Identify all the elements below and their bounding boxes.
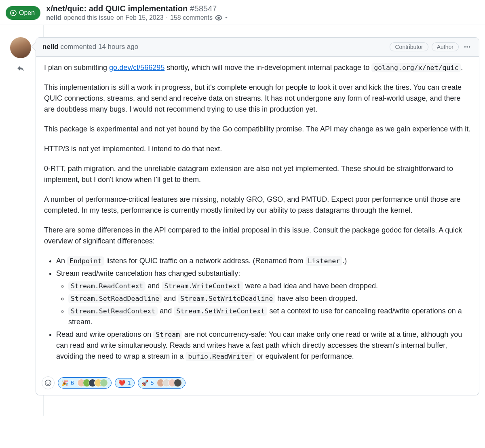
svg-point-1 <box>464 46 466 48</box>
heart-count: 1 <box>128 380 131 386</box>
comment-timestamp[interactable]: 14 hours ago <box>98 43 138 51</box>
svg-point-3 <box>469 46 470 48</box>
para-http3: HTTP/3 is not yet implemented. I intend … <box>44 144 471 154</box>
svg-point-0 <box>13 12 15 14</box>
para-diffs: There are some differences in the API co… <box>44 225 471 247</box>
subscribe-icon[interactable] <box>215 14 222 21</box>
tada-reactors <box>77 379 108 387</box>
comment-header: neild commented 14 hours ago Contributor… <box>36 38 479 57</box>
add-reaction-button[interactable] <box>42 376 55 389</box>
issue-number: #58547 <box>190 4 217 13</box>
list-item: Stream.SetReadContext and Stream.SetWrit… <box>68 306 471 328</box>
reply-icon[interactable] <box>17 65 24 72</box>
para-experimental: This package is experimental and not yet… <box>44 124 471 135</box>
badge-contributor: Contributor <box>390 42 428 51</box>
rocket-count: 5 <box>151 380 154 386</box>
rocket-reactors <box>157 379 182 387</box>
comment-row: neild commented 14 hours ago Contributor… <box>6 37 479 395</box>
comment-header-left: neild commented 14 hours ago <box>42 43 138 51</box>
diff-list: An Endpoint listens for QUIC traffic on … <box>44 256 471 362</box>
comment-body: I plan on submitting go.dev/cl/566295 sh… <box>36 57 479 374</box>
para-perf: A number of performance-critical feature… <box>44 194 471 216</box>
issue-subline: neild opened this issue on Feb 15, 2023 … <box>46 14 229 21</box>
list-item: Stream.ReadContext and Stream.WriteConte… <box>68 281 471 292</box>
tada-emoji: 🎉 <box>61 380 68 386</box>
rocket-emoji: 🚀 <box>141 380 148 386</box>
issue-title[interactable]: x/net/quic: add QUIC implementation <box>46 4 188 13</box>
heart-emoji: ❤️ <box>118 380 125 386</box>
timeline: neild commented 14 hours ago Contributor… <box>0 25 485 416</box>
kebab-icon <box>464 43 471 51</box>
comment-menu-button[interactable] <box>462 42 472 52</box>
issue-title-line: x/net/quic: add QUIC implementation #585… <box>46 4 229 13</box>
comment-author[interactable]: neild <box>42 43 59 51</box>
issue-header-text: x/net/quic: add QUIC implementation #585… <box>46 4 229 21</box>
issue-opened-text: opened this issue <box>63 14 114 21</box>
svg-point-5 <box>46 382 47 382</box>
issue-comments-count[interactable]: 158 comments <box>170 14 213 21</box>
smiley-icon <box>44 379 52 387</box>
reaction-tada[interactable]: 🎉 6 <box>58 377 112 389</box>
reaction-rocket[interactable]: 🚀 5 <box>138 377 186 389</box>
caret-down-icon[interactable] <box>224 15 229 20</box>
comment-header-right: Contributor Author <box>390 42 472 52</box>
list-item: Stream read/write cancelation has change… <box>56 268 471 328</box>
list-item: Stream.SetReadDeadline and Stream.SetWri… <box>68 293 471 304</box>
para-0rtt: 0-RTT, path migration, and the unreliabl… <box>44 163 471 185</box>
issue-header: Open x/net/quic: add QUIC implementation… <box>0 0 485 25</box>
issue-state-badge: Open <box>6 6 40 20</box>
reaction-heart[interactable]: ❤️ 1 <box>115 378 135 388</box>
issue-opened-date[interactable]: on Feb 15, 2023 <box>116 14 164 21</box>
list-item: An Endpoint listens for QUIC traffic on … <box>56 256 471 266</box>
avatar[interactable] <box>10 37 31 58</box>
badge-author: Author <box>432 42 459 51</box>
comment-box: neild commented 14 hours ago Contributor… <box>36 37 479 395</box>
code-pkg-path: golang.org/x/net/quic <box>371 63 461 72</box>
avatar-gutter <box>6 37 36 58</box>
para-wip: This implementation is still a work in p… <box>44 82 471 115</box>
issue-state-label: Open <box>19 9 35 17</box>
issue-author[interactable]: neild <box>46 14 61 21</box>
svg-point-4 <box>45 380 51 386</box>
reactor-avatar <box>100 379 108 387</box>
commented-text: commented <box>60 43 96 51</box>
svg-point-6 <box>49 382 50 382</box>
list-item: Read and write operations on Stream are … <box>56 329 471 362</box>
tada-count: 6 <box>71 380 74 386</box>
reactions-bar: 🎉 6 ❤️ 1 🚀 5 <box>36 374 479 395</box>
svg-point-2 <box>466 46 468 48</box>
issue-open-icon <box>10 9 17 17</box>
reactor-avatar <box>174 379 182 387</box>
cl-link[interactable]: go.dev/cl/566295 <box>109 63 164 72</box>
